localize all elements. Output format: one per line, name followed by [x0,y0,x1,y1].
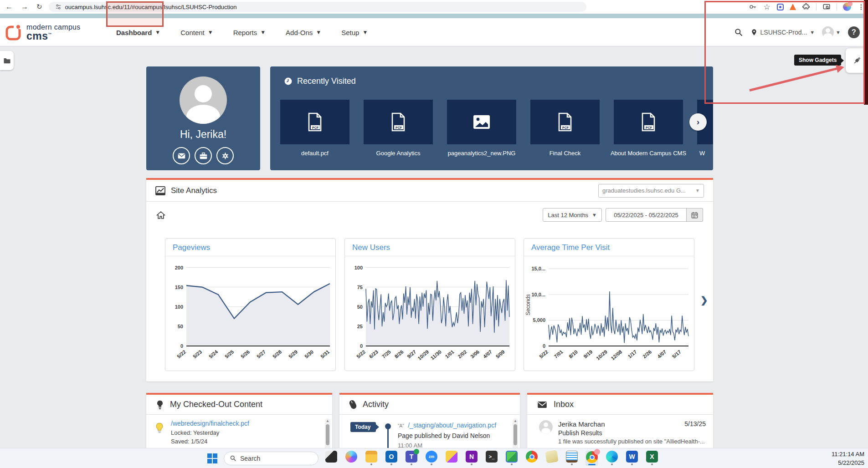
extension-icon-cone[interactable] [790,4,796,10]
svg-text:5/26: 5/26 [240,349,251,359]
pcf-file-icon: PCF [390,112,406,132]
taskbar-app-onenote[interactable]: N [465,451,478,465]
avg-time-chart: 05,00010,0...15,0...5/227/018/109/1910/2… [524,256,694,368]
recent-tile-label[interactable]: Final Check [526,149,604,158]
svg-text:15,0...: 15,0... [531,266,545,271]
taskbar-app-outlook[interactable]: O [385,451,398,465]
analytics-site-select[interactable]: graduatestudies.lsuhsc.edu G... ▼ [598,184,704,198]
taskbar-app-edge[interactable] [606,451,618,465]
search-icon[interactable] [734,28,743,37]
taskbar-app-copilot[interactable] [345,451,358,465]
start-button[interactable] [207,453,217,463]
svg-text:150: 150 [175,285,183,290]
taskbar-app-excel[interactable]: X [646,451,658,465]
taskbar-app-snagit[interactable] [545,451,558,465]
taskbar-app-teams[interactable]: T [405,451,418,465]
extension-icon-blue[interactable] [777,4,784,10]
recent-tile-label[interactable]: default.pcf [276,149,354,158]
menu-dashboard[interactable]: Dashboard▼ [106,18,170,46]
svg-text:Seconds: Seconds [525,294,531,315]
clock-icon [284,77,293,86]
taskbar-app-chrome-active[interactable] [586,451,598,466]
taskbar-clock[interactable]: 11:21:14 AM 5/22/2025 [832,450,864,468]
site-name: LSUHSC-Prod... [760,29,807,36]
menu-setup[interactable]: Setup▼ [331,18,378,46]
menu-reports[interactable]: Reports▼ [223,18,276,46]
browser-profile-avatar[interactable] [843,3,851,11]
svg-text:5/17: 5/17 [671,349,682,359]
lightbulb-checked-out-icon[interactable] [155,422,164,434]
user-menu[interactable]: ▼ [822,26,841,38]
svg-text:PCF: PCF [562,126,569,129]
inbox-message[interactable]: Jerika Marchan 5/13/25 Publish Results 1… [527,415,713,445]
svg-text:PCF: PCF [312,126,319,129]
browser-refresh-icon[interactable]: ↻ [36,3,42,11]
browser-toolbar: ← → ↻ oucampus.lsuhsc.edu/11/#oucampus/l… [0,0,868,14]
clock-time: 11:21:14 AM [832,450,864,459]
taskbar-app-file-explorer[interactable] [365,451,378,465]
svg-text:100: 100 [175,304,183,310]
profile-avatar[interactable] [180,76,227,124]
browser-back-icon[interactable]: ← [5,3,13,11]
taskbar-search[interactable]: Search [224,452,318,465]
site-permissions-icon[interactable] [55,4,62,10]
home-icon[interactable] [156,211,165,219]
svg-text:5/29: 5/29 [288,349,298,359]
help-button[interactable]: ? [848,26,860,38]
extensions-puzzle-icon[interactable] [802,3,810,11]
taskbar-app-sticky-notes[interactable] [445,451,458,465]
analytics-next-button[interactable]: ❯ [700,295,708,305]
site-analytics-card: Site Analytics graduatestudies.lsuhsc.ed… [146,178,713,382]
svg-text:5/31: 5/31 [319,349,330,359]
taskbar-app-terminal[interactable]: >_ [485,451,498,465]
svg-text:7/25: 7/25 [381,349,392,359]
svg-text:0: 0 [360,343,363,349]
menu-content[interactable]: Content▼ [170,18,223,46]
bookmark-star-icon[interactable]: ☆ [763,3,771,11]
recent-tile[interactable]: PCF [530,100,600,144]
recent-tile[interactable]: PCF [614,100,683,144]
inbox-shortcut-button[interactable] [173,147,190,164]
recent-tile-label[interactable]: pageanalytics2_new.PNG [443,149,520,158]
svg-text:6/23: 6/23 [368,349,379,359]
site-selector[interactable]: LSUHSC-Prod... ▼ [750,28,815,36]
svg-text:0: 0 [180,343,183,349]
recently-visited-next-button[interactable]: › [689,113,707,131]
taskbar-app-remote-desktop[interactable] [505,451,518,465]
taskbar-app-widgets[interactable] [325,451,338,465]
svg-text:1/01: 1/01 [444,349,455,359]
settings-shortcut-button[interactable] [216,147,234,164]
chevron-down-icon: ▼ [695,188,700,193]
recent-tile[interactable]: PCF [280,100,349,144]
calendar-button[interactable] [687,208,703,222]
date-range-input[interactable]: 05/22/2025 - 05/22/2025 [606,208,687,222]
welcome-card: Hi, Jerika! [146,66,260,170]
recent-tile-label[interactable]: About Modern Campus CMS [610,149,687,158]
workflow-shortcut-button[interactable] [195,147,212,164]
show-gadgets-button[interactable] [846,48,868,73]
recent-tile-label[interactable]: Google Analytics [360,149,437,158]
menu-add-ons[interactable]: Add-Ons▼ [276,18,331,46]
browser-forward-icon[interactable]: → [21,3,28,11]
activity-page-link[interactable]: /_staging/about/_navigation.pcf [408,422,496,429]
brand-logo[interactable]: modern campus cms™ [5,23,81,42]
activity-title: Activity [363,400,389,409]
checked-out-file-link[interactable]: /webredesign/finalcheck.pcf [171,420,249,427]
briefcase-icon [200,153,207,159]
svg-text:1/17: 1/17 [627,349,638,359]
password-key-icon[interactable] [749,3,757,11]
recent-tile-label[interactable]: W [693,149,713,158]
calendar-icon [691,212,698,219]
checked-out-title: My Checked-Out Content [170,400,262,409]
file-navigation-tab[interactable] [0,51,14,70]
reading-mode-icon[interactable] [822,3,831,11]
taskbar-app-chrome[interactable] [525,451,538,465]
address-bar[interactable]: oucampus.lsuhsc.edu/11/#oucampus/lsuhsc/… [49,2,586,12]
recent-tile[interactable] [447,100,516,144]
taskbar-app-word[interactable]: W [626,451,638,465]
taskbar-app-zoom[interactable]: zm [425,451,438,465]
taskbar-app-notepad[interactable] [565,451,578,465]
browser-menu-icon[interactable]: ⋮ [857,3,865,11]
date-range-preset-select[interactable]: Last 12 Months ▼ [543,208,602,222]
recent-tile[interactable]: PCF [364,100,433,144]
